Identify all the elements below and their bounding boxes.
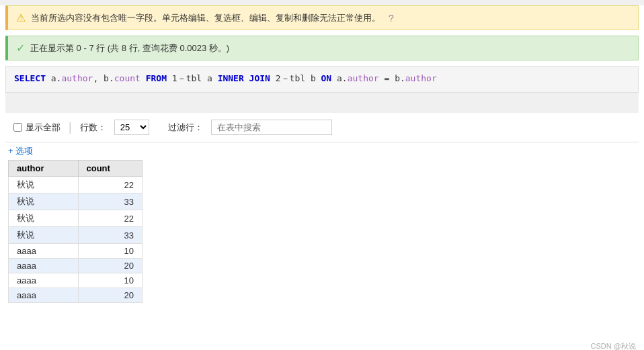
sql-cond2: b. xyxy=(395,73,405,83)
sql-tbl1: 1－tbl a xyxy=(172,73,218,83)
help-icon[interactable]: ? xyxy=(389,13,394,24)
cell-author: aaaa xyxy=(9,259,79,273)
cell-count: 22 xyxy=(78,177,143,193)
data-table: author count 秋说22秋说33秋说22秋说33aaaa10aaaa2… xyxy=(8,160,143,303)
table-row: 秋说22 xyxy=(9,210,143,227)
cell-author: aaaa xyxy=(9,288,79,303)
cell-count: 10 xyxy=(78,273,143,288)
filter-label: 过滤行： xyxy=(168,122,203,134)
row-count-label: 行数： xyxy=(80,122,106,134)
sql-b: b. xyxy=(104,73,114,83)
sql-cond1: a. xyxy=(337,73,348,83)
col-header-count: count xyxy=(78,161,143,177)
sql-author3: author xyxy=(405,73,437,83)
sql-author2: author xyxy=(348,73,379,83)
sql-on: ON xyxy=(321,73,332,83)
sql-eq: = xyxy=(384,73,395,83)
success-bar: ✓ 正在显示第 0 - 7 行 (共 8 行, 查询花费 0.0023 秒。) xyxy=(5,36,639,60)
table-row: aaaa10 xyxy=(9,244,143,259)
table-header-row: author count xyxy=(9,161,143,177)
cell-author: 秋说 xyxy=(9,177,79,193)
footer-text: CSDN @秋说 xyxy=(591,342,636,350)
spacer xyxy=(5,93,639,113)
table-row: 秋说33 xyxy=(9,193,143,210)
table-row: aaaa10 xyxy=(9,273,143,288)
success-text: 正在显示第 0 - 7 行 (共 8 行, 查询花费 0.0023 秒。) xyxy=(30,42,229,54)
sql-tbl2: 2－tbl b xyxy=(276,73,321,83)
cell-author: aaaa xyxy=(9,273,79,288)
sql-comma: , xyxy=(93,73,104,83)
row-count-select[interactable]: 25 50 100 500 xyxy=(114,120,149,135)
divider: | xyxy=(69,120,72,134)
table-row: 秋说22 xyxy=(9,177,143,193)
sql-sp1: a. xyxy=(51,73,62,83)
table-row: 秋说33 xyxy=(9,227,143,244)
show-all-label[interactable]: 显示全部 xyxy=(13,122,61,134)
cell-author: 秋说 xyxy=(9,227,79,244)
warning-text: 当前所选内容没有包含唯一字段。单元格编辑、复选框、编辑、复制和删除无法正常使用。 xyxy=(31,12,380,24)
cell-count: 33 xyxy=(78,193,143,210)
filter-input[interactable] xyxy=(211,120,332,135)
col-header-author: author xyxy=(9,161,79,177)
warning-bar: ⚠ 当前所选内容没有包含唯一字段。单元格编辑、复选框、编辑、复制和删除无法正常使… xyxy=(5,5,639,30)
cell-count: 22 xyxy=(78,210,143,227)
sql-display: SELECT a.author, b.count FROM 1－tbl a IN… xyxy=(5,66,639,93)
show-all-text: 显示全部 xyxy=(26,122,61,134)
warning-icon: ⚠ xyxy=(16,11,26,24)
table-row: aaaa20 xyxy=(9,259,143,273)
sql-inner: INNER JOIN xyxy=(218,73,270,83)
cell-count: 10 xyxy=(78,244,143,259)
show-all-checkbox[interactable] xyxy=(13,123,22,132)
main-container: ⚠ 当前所选内容没有包含唯一字段。单元格编辑、复选框、编辑、复制和删除无法正常使… xyxy=(0,5,644,350)
sql-author1: author xyxy=(61,73,93,83)
sql-count: count xyxy=(114,73,140,83)
footer: CSDN @秋说 xyxy=(591,341,636,350)
toolbar: 显示全部 | 行数： 25 50 100 500 过滤行： xyxy=(5,113,639,142)
cell-count: 20 xyxy=(78,259,143,273)
cell-count: 33 xyxy=(78,227,143,244)
cell-author: 秋说 xyxy=(9,210,79,227)
cell-count: 20 xyxy=(78,288,143,303)
options-link[interactable]: + 选项 xyxy=(0,142,41,160)
success-icon: ✓ xyxy=(16,42,25,54)
table-row: aaaa20 xyxy=(9,288,143,303)
sql-select: SELECT xyxy=(14,73,46,83)
sql-from: FROM xyxy=(146,73,167,83)
cell-author: 秋说 xyxy=(9,193,79,210)
cell-author: aaaa xyxy=(9,244,79,259)
